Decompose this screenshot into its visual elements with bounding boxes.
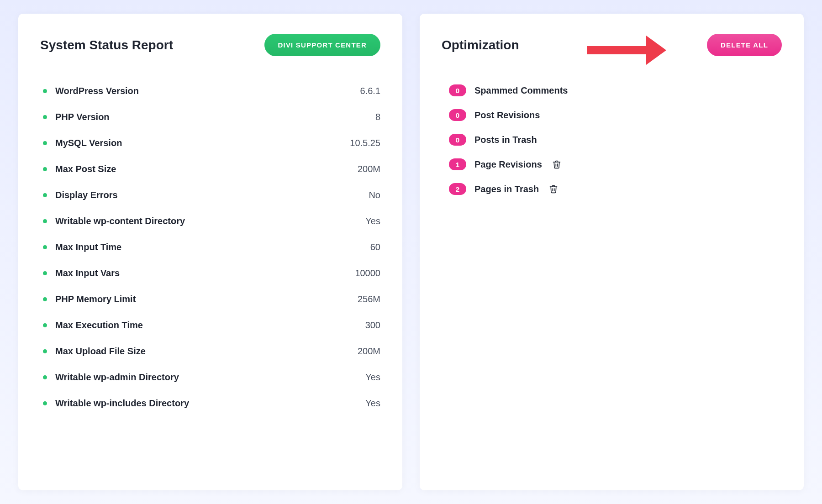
status-label: Writable wp-content Directory <box>55 216 185 226</box>
count-badge: 0 <box>449 109 466 121</box>
status-value: 200M <box>358 346 380 357</box>
status-dot-icon <box>43 193 47 197</box>
optimization-panel: Optimization DELETE ALL 0 Spammed Commen… <box>420 14 804 490</box>
status-value: No <box>369 190 380 200</box>
status-label: Max Upload File Size <box>55 346 146 357</box>
optimization-row: 0 Post Revisions <box>449 103 782 127</box>
status-row: Writable wp-content Directory Yes <box>40 208 380 234</box>
status-value: 200M <box>358 164 380 174</box>
status-dot-icon <box>43 323 47 327</box>
status-label: WordPress Version <box>55 86 139 96</box>
count-badge: 1 <box>449 158 466 170</box>
optimization-row: 0 Spammed Comments <box>449 78 782 103</box>
status-row: Max Input Time 60 <box>40 234 380 260</box>
status-row: WordPress Version 6.6.1 <box>40 78 380 104</box>
status-label: PHP Version <box>55 112 110 122</box>
status-dot-icon <box>43 271 47 275</box>
optimization-panel-title: Optimization <box>442 38 519 52</box>
status-dot-icon <box>43 141 47 145</box>
system-status-panel: System Status Report DIVI SUPPORT CENTER… <box>18 14 402 490</box>
optimization-list: 0 Spammed Comments 0 Post Revisions 0 Po… <box>449 78 782 201</box>
status-row: Max Upload File Size 200M <box>40 338 380 364</box>
status-dot-icon <box>43 89 47 93</box>
status-row: Writable wp-includes Directory Yes <box>40 390 380 416</box>
optimization-row: 2 Pages in Trash <box>449 177 782 201</box>
status-value: 6.6.1 <box>360 86 380 96</box>
status-row: Display Errors No <box>40 182 380 208</box>
status-label: Writable wp-admin Directory <box>55 372 179 383</box>
status-label: Max Input Vars <box>55 268 120 278</box>
status-value: 300 <box>365 320 380 331</box>
status-dot-icon <box>43 167 47 171</box>
trash-icon[interactable] <box>549 184 558 194</box>
count-badge: 0 <box>449 84 466 96</box>
status-row: Max Execution Time 300 <box>40 312 380 338</box>
status-dot-icon <box>43 375 47 379</box>
optimization-row: 1 Page Revisions <box>449 152 782 177</box>
optimization-label: Page Revisions <box>474 159 542 170</box>
count-badge: 2 <box>449 183 466 195</box>
status-dot-icon <box>43 401 47 405</box>
divi-support-center-button[interactable]: DIVI SUPPORT CENTER <box>264 34 381 56</box>
status-panel-header: System Status Report DIVI SUPPORT CENTER <box>40 34 380 56</box>
status-label: PHP Memory Limit <box>55 294 136 304</box>
status-value: Yes <box>365 372 380 383</box>
status-row: PHP Version 8 <box>40 104 380 130</box>
status-dot-icon <box>43 245 47 249</box>
optimization-label: Spammed Comments <box>474 85 568 96</box>
status-row: Max Input Vars 10000 <box>40 260 380 286</box>
status-dot-icon <box>43 349 47 353</box>
status-label: Max Post Size <box>55 164 116 174</box>
status-row: Writable wp-admin Directory Yes <box>40 364 380 390</box>
trash-icon[interactable] <box>552 159 561 169</box>
status-panel-title: System Status Report <box>40 38 173 52</box>
status-label: Display Errors <box>55 190 118 200</box>
status-dot-icon <box>43 297 47 301</box>
status-label: Max Execution Time <box>55 320 143 331</box>
status-value: 256M <box>358 294 380 304</box>
status-label: MySQL Version <box>55 138 122 148</box>
count-badge: 0 <box>449 134 466 146</box>
status-label: Writable wp-includes Directory <box>55 398 189 409</box>
status-value: Yes <box>365 216 380 226</box>
status-value: 10000 <box>355 268 380 278</box>
status-value: Yes <box>365 398 380 409</box>
status-dot-icon <box>43 115 47 119</box>
status-row: MySQL Version 10.5.25 <box>40 130 380 156</box>
status-row: PHP Memory Limit 256M <box>40 286 380 312</box>
status-dot-icon <box>43 219 47 223</box>
delete-all-button[interactable]: DELETE ALL <box>707 34 782 56</box>
optimization-label: Post Revisions <box>474 110 540 121</box>
status-label: Max Input Time <box>55 242 121 252</box>
optimization-panel-header: Optimization DELETE ALL <box>442 34 782 56</box>
optimization-label: Posts in Trash <box>474 135 537 145</box>
status-list: WordPress Version 6.6.1 PHP Version 8 My… <box>40 78 380 416</box>
status-value: 8 <box>375 112 380 122</box>
optimization-row: 0 Posts in Trash <box>449 127 782 152</box>
optimization-label: Pages in Trash <box>474 184 539 194</box>
status-value: 60 <box>370 242 380 252</box>
status-value: 10.5.25 <box>350 138 380 148</box>
status-row: Max Post Size 200M <box>40 156 380 182</box>
